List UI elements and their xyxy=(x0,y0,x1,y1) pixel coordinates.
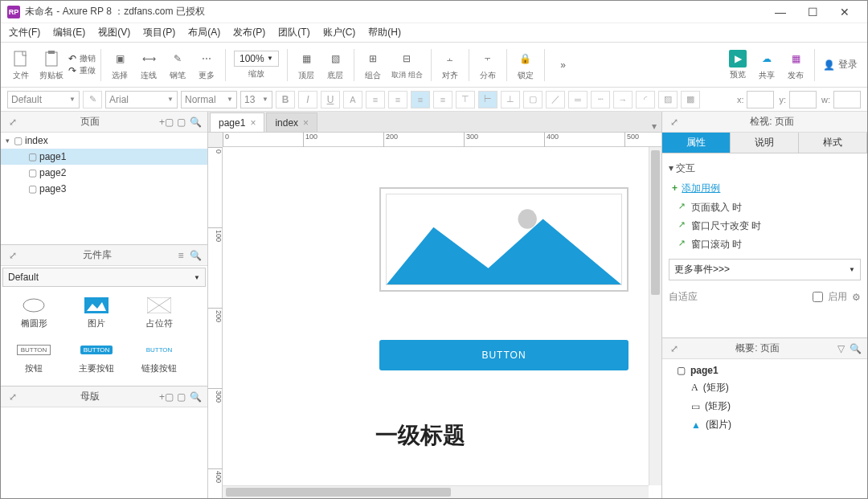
lib-item-link-button[interactable]: BUTTON链接按钮 xyxy=(128,335,190,380)
add-master-icon[interactable]: +▢ xyxy=(159,390,174,404)
page-root[interactable]: ▾▢index xyxy=(1,133,207,149)
tool-lock[interactable]: 🔒锁定 xyxy=(512,49,539,81)
search-icon[interactable]: 🔍 xyxy=(188,390,203,404)
menu-edit[interactable]: 编辑(E) xyxy=(48,24,90,41)
tool-redo[interactable]: ↷重做 xyxy=(68,65,96,76)
bullet-button[interactable]: ≡ xyxy=(366,91,385,108)
w-input[interactable] xyxy=(833,91,861,108)
canvas[interactable]: BUTTON 一级标题 xyxy=(223,147,661,498)
menu-help[interactable]: 帮助(H) xyxy=(363,24,406,41)
lib-select[interactable]: Default▼ xyxy=(2,268,206,287)
tool-share[interactable]: ☁共享 xyxy=(753,49,780,81)
scrollbar-vertical[interactable] xyxy=(649,147,661,485)
close-icon[interactable]: × xyxy=(303,117,309,129)
tool-select[interactable]: ▣选择 xyxy=(106,49,133,81)
shadow-in-button[interactable]: ▩ xyxy=(681,91,700,108)
enable-checkbox[interactable] xyxy=(813,292,823,302)
minimize-button[interactable]: — xyxy=(764,1,796,23)
tool-front[interactable]: ▦顶层 xyxy=(293,49,320,81)
tool-more[interactable]: ⋯更多 xyxy=(193,49,220,81)
tool-preview[interactable]: ▶预览 xyxy=(724,50,751,80)
lib-item-primary-button[interactable]: BUTTON主要按钮 xyxy=(65,335,128,380)
valign-bot-button[interactable]: ⊥ xyxy=(501,91,520,108)
page-item-3[interactable]: ▢page3 xyxy=(1,181,207,197)
tool-publish[interactable]: ▦发布 xyxy=(782,49,809,81)
tool-zoom[interactable]: 100%▼缩放 xyxy=(231,51,282,80)
tool-pen[interactable]: ✎钢笔 xyxy=(164,49,191,81)
collapse-icon[interactable]: ⤢ xyxy=(6,115,20,129)
collapse-icon[interactable]: ⤢ xyxy=(667,342,682,356)
add-case-link[interactable]: 添加用例 xyxy=(682,182,720,194)
tab-page1[interactable]: page1× xyxy=(210,112,264,132)
lib-menu-icon[interactable]: ≡ xyxy=(174,248,188,263)
tool-undo[interactable]: ↶撤销 xyxy=(68,53,96,64)
menu-team[interactable]: 团队(T) xyxy=(273,24,314,41)
ruler-horizontal[interactable]: 0 100 200 300 400 500 xyxy=(223,133,661,147)
outline-root[interactable]: ▢page1 xyxy=(669,362,861,378)
heading-widget[interactable]: 一级标题 xyxy=(375,420,465,451)
scrollbar-horizontal[interactable] xyxy=(223,485,649,498)
corner-button[interactable]: ◜ xyxy=(636,91,655,108)
more-events[interactable]: 更多事件>>>▼ xyxy=(669,259,861,280)
page-item-2[interactable]: ▢page2 xyxy=(1,165,207,181)
tool-back[interactable]: ▧底层 xyxy=(321,49,349,81)
line-color-button[interactable]: ／ xyxy=(546,91,565,108)
style-select[interactable]: Default▼ xyxy=(7,91,80,108)
tool-overflow[interactable]: » xyxy=(550,55,577,75)
collapse-icon[interactable]: ⤢ xyxy=(667,115,682,129)
line-style-button[interactable]: ┄ xyxy=(591,91,610,108)
menu-project[interactable]: 项目(P) xyxy=(138,24,180,41)
tool-align[interactable]: ⫠对齐 xyxy=(436,49,464,81)
tool-connect[interactable]: ⟷连线 xyxy=(135,49,162,81)
add-folder-icon[interactable]: ▢ xyxy=(174,390,188,404)
tool-distribute[interactable]: ⫟分布 xyxy=(474,49,502,81)
line-width-button[interactable]: ═ xyxy=(568,91,588,108)
valign-top-button[interactable]: ⊤ xyxy=(456,91,475,108)
menu-file[interactable]: 文件(F) xyxy=(4,24,45,41)
bold-button[interactable]: B xyxy=(276,91,295,108)
text-color-button[interactable]: A xyxy=(343,91,362,108)
x-input[interactable] xyxy=(747,91,774,108)
arrow-button[interactable]: → xyxy=(613,91,633,108)
close-icon[interactable]: × xyxy=(250,117,256,129)
tab-index[interactable]: index× xyxy=(266,112,317,132)
italic-button[interactable]: I xyxy=(298,91,317,108)
menu-view[interactable]: 视图(V) xyxy=(93,24,135,41)
valign-mid-button[interactable]: ⊢ xyxy=(478,91,497,108)
gear-icon[interactable]: ⚙ xyxy=(852,292,861,303)
tool-clipboard[interactable]: 剪贴板 xyxy=(36,49,67,81)
fill-button[interactable]: ▢ xyxy=(523,91,542,108)
search-icon[interactable]: 🔍 xyxy=(848,342,862,356)
weight-select[interactable]: Normal▼ xyxy=(181,91,237,108)
close-button[interactable]: ✕ xyxy=(829,1,861,23)
shadow-out-button[interactable]: ▨ xyxy=(658,91,678,108)
menu-publish[interactable]: 发布(P) xyxy=(228,24,270,41)
tool-ungroup[interactable]: ⊟取消 组合 xyxy=(388,49,426,80)
filter-icon[interactable]: ▽ xyxy=(833,342,848,356)
tab-notes[interactable]: 说明 xyxy=(731,133,799,153)
image-placeholder[interactable] xyxy=(379,187,628,292)
event-onload[interactable]: 页面载入 时 xyxy=(669,198,861,217)
outline-item-2[interactable]: ▭(矩形) xyxy=(669,397,861,415)
event-resize[interactable]: 窗口尺寸改变 时 xyxy=(669,217,861,235)
size-select[interactable]: 13▼ xyxy=(240,91,272,108)
lib-item-ellipse[interactable]: 椭圆形 xyxy=(2,290,65,335)
search-icon[interactable]: 🔍 xyxy=(188,248,203,263)
collapse-icon[interactable]: ⤢ xyxy=(6,248,20,263)
outline-item-1[interactable]: A(矩形) xyxy=(669,378,861,397)
style-manage-button[interactable]: ✎ xyxy=(83,91,102,108)
event-scroll[interactable]: 窗口滚动 时 xyxy=(669,235,861,254)
font-select[interactable]: Arial▼ xyxy=(105,91,178,108)
collapse-icon[interactable]: ⤢ xyxy=(6,390,20,404)
align-right-button[interactable]: ≡ xyxy=(433,91,452,108)
page-item-1[interactable]: ▢page1 xyxy=(1,149,207,165)
align-center-button[interactable]: ≡ xyxy=(411,91,430,108)
tab-style[interactable]: 样式 xyxy=(799,133,867,153)
add-page-icon[interactable]: +▢ xyxy=(159,115,174,129)
tab-properties[interactable]: 属性 xyxy=(662,133,731,153)
add-folder-icon[interactable]: ▢ xyxy=(174,115,188,129)
menu-layout[interactable]: 布局(A) xyxy=(183,24,225,41)
outline-item-3[interactable]: ▲(图片) xyxy=(669,415,861,434)
align-left-button[interactable]: ≡ xyxy=(388,91,407,108)
underline-button[interactable]: U xyxy=(321,91,340,108)
